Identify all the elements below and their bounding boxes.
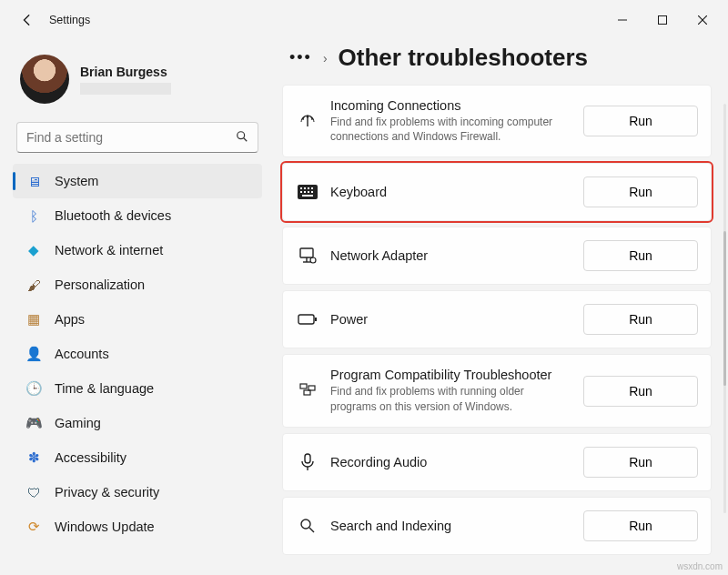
close-button[interactable] [682,6,723,34]
keyboard-icon [298,182,318,202]
sidebar-item-label: Gaming [55,416,101,430]
run-button-netadapter[interactable]: Run [583,240,698,271]
svg-point-19 [310,257,316,263]
sidebar-item-label: Privacy & security [55,485,159,499]
sidebar-item-label: Windows Update [55,520,155,534]
sidebar-item-label: Network & internet [55,243,163,257]
troubleshooter-list: Incoming ConnectionsFind and fix problem… [282,85,712,555]
run-button-incoming[interactable]: Run [583,106,698,136]
troubleshooter-netadapter: Network AdapterRun [282,227,712,285]
svg-rect-10 [311,187,313,189]
svg-rect-16 [300,248,313,257]
troubleshooter-title: Keyboard [330,185,571,199]
troubleshooter-title: Network Adapter [330,248,571,263]
sidebar-item-privacy[interactable]: 🛡Privacy & security [13,475,262,509]
breadcrumb: ••• › Other troubleshooters [282,42,712,85]
svg-rect-20 [298,315,314,324]
troubleshooter-title: Program Compatibility Troubleshooter [330,368,571,382]
svg-rect-12 [304,191,306,193]
gaming-icon: 🎮 [25,415,42,431]
run-button-compat[interactable]: Run [583,376,698,407]
search-box[interactable] [16,122,258,153]
run-button-recaudio[interactable]: Run [583,447,698,478]
svg-line-3 [244,137,248,141]
breadcrumb-ellipsis[interactable]: ••• [289,48,312,67]
run-button-searchindex[interactable]: Run [583,510,698,541]
sidebar-item-label: Bluetooth & devices [55,208,171,223]
titlebar: Settings [0,0,728,40]
svg-rect-9 [308,187,309,189]
profile-block[interactable]: Brian Burgess [13,47,262,116]
svg-rect-8 [304,187,306,189]
search-input[interactable] [26,130,236,145]
power-icon [298,309,318,329]
time-icon: 🕒 [25,380,42,397]
svg-rect-22 [300,384,307,388]
troubleshooter-searchindex: Search and IndexingRun [282,497,712,555]
page-title: Other troubleshooters [339,44,588,72]
troubleshooter-compat: Program Compatibility TroubleshooterFind… [282,354,712,427]
search-icon [236,130,248,146]
troubleshooter-keyboard: KeyboardRun [282,163,712,221]
troubleshooter-recaudio: Recording AudioRun [282,433,712,491]
troubleshooter-title: Search and Indexing [330,519,571,533]
privacy-icon: 🛡 [25,484,42,500]
troubleshooter-desc: Find and fix problems with running older… [330,384,567,413]
sidebar-item-gaming[interactable]: 🎮Gaming [13,406,262,440]
sidebar-item-accounts[interactable]: 👤Accounts [13,337,262,371]
svg-rect-1 [659,16,667,25]
minimize-button[interactable] [602,6,642,34]
sidebar-item-personalization[interactable]: 🖌Personalization [13,267,262,302]
sidebar-item-apps[interactable]: ▦Apps [13,302,262,337]
accessibility-icon: ✽ [25,449,42,466]
nav-list: 🖥SystemᛒBluetooth & devices◆Network & in… [13,164,262,544]
svg-rect-7 [300,187,302,189]
troubleshooter-incoming: Incoming ConnectionsFind and fix problem… [282,85,712,157]
svg-rect-11 [300,191,302,193]
compat-icon [298,381,318,401]
svg-point-2 [238,131,245,138]
maximize-button[interactable] [642,6,682,34]
avatar [20,55,69,104]
svg-rect-21 [315,318,317,321]
sidebar-item-bluetooth[interactable]: ᛒBluetooth & devices [13,198,262,233]
searchindex-icon [298,516,318,536]
svg-rect-25 [305,454,310,463]
troubleshooter-power: PowerRun [282,290,712,348]
run-button-power[interactable]: Run [583,304,698,335]
svg-rect-15 [302,195,313,197]
profile-name: Brian Burgess [80,65,171,79]
sidebar-item-update[interactable]: ⟳Windows Update [13,509,262,544]
troubleshooter-title: Recording Audio [330,455,571,469]
svg-rect-24 [308,386,315,390]
profile-email-placeholder [80,83,171,95]
back-button[interactable] [15,7,40,33]
recaudio-icon [298,452,318,472]
network-icon: ◆ [25,242,42,258]
accounts-icon: 👤 [25,346,42,362]
svg-rect-14 [311,191,313,193]
personalization-icon: 🖌 [25,277,42,293]
update-icon: ⟳ [25,519,42,535]
sidebar-item-network[interactable]: ◆Network & internet [13,233,262,267]
troubleshooter-title: Power [330,312,571,327]
svg-point-27 [301,520,310,529]
sidebar-item-label: Accounts [55,347,109,361]
troubleshooter-title: Incoming Connections [330,98,571,113]
netadapter-icon [298,246,318,266]
svg-rect-23 [304,390,310,395]
sidebar-item-time[interactable]: 🕒Time & language [13,371,262,406]
sidebar-item-accessibility[interactable]: ✽Accessibility [13,440,262,475]
sidebar-item-label: Time & language [55,381,154,396]
sidebar-item-label: System [55,174,98,188]
svg-rect-13 [308,191,309,193]
apps-icon: ▦ [25,311,42,328]
sidebar-item-system[interactable]: 🖥System [13,164,262,198]
sidebar-item-label: Apps [55,312,85,327]
sidebar-item-label: Personalization [55,277,145,292]
sidebar-item-label: Accessibility [55,450,126,465]
bluetooth-icon: ᛒ [25,207,42,224]
main-content: ••• › Other troubleshooters Incoming Con… [273,40,728,575]
scrollbar-thumb[interactable] [723,231,726,386]
run-button-keyboard[interactable]: Run [583,177,698,207]
